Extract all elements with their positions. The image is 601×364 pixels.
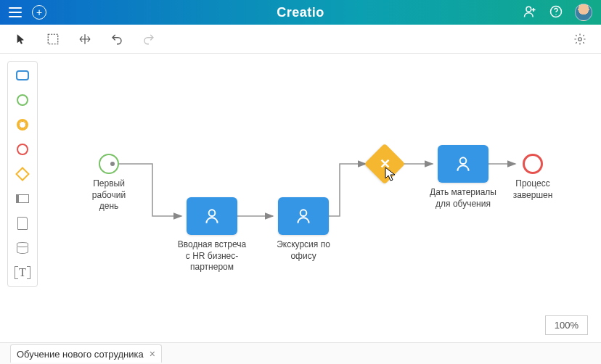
svg-rect-3 [48,34,58,44]
close-tab-icon[interactable]: × [150,348,155,360]
footer-tabs: Обучение нового сотрудника × [0,342,601,364]
end-event-node[interactable]: Процесс завершен [504,154,562,201]
pan-tool-icon[interactable] [77,31,93,47]
svg-point-2 [555,14,556,15]
end-event-label: Процесс завершен [504,178,562,201]
task-node-1[interactable]: Вводная встреча с HR бизнес- партнером [161,197,263,273]
task-label: Экскурсия по офису [253,239,354,262]
select-area-tool-icon[interactable] [45,31,61,47]
add-icon[interactable]: + [32,5,46,20]
diagram-canvas[interactable]: Первый рабочий день Вводная встреча с HR… [0,54,601,342]
main-area: T Первый рабочий день [0,54,601,342]
tab-label: Обучение нового сотрудника [17,349,144,360]
mouse-cursor-icon [385,167,396,181]
connector-dot [110,162,115,166]
redo-icon[interactable] [141,31,157,47]
zoom-level[interactable]: 100% [545,315,588,335]
app-header: + Creatio [0,0,601,25]
svg-point-5 [209,210,216,216]
svg-point-6 [300,210,307,216]
task-label: Дать материалы для обучения [412,187,514,210]
toolbar [0,25,601,54]
task-node-2[interactable]: Экскурсия по офису [253,197,354,262]
menu-icon[interactable] [9,7,22,17]
user-icon [294,207,313,226]
start-event-node[interactable]: Первый рабочий день [80,154,138,212]
add-user-icon[interactable] [523,4,537,21]
avatar[interactable] [575,4,592,21]
header-left: + [9,5,46,20]
start-event-label: Первый рабочий день [80,178,138,212]
pointer-tool-icon[interactable] [13,31,29,47]
user-icon [203,207,221,226]
undo-icon[interactable] [109,31,125,47]
help-icon[interactable] [549,4,563,21]
task-node-3[interactable]: Дать материалы для обучения [412,145,514,210]
svg-point-7 [460,157,467,164]
task-label: Вводная встреча с HR бизнес- партнером [161,239,263,273]
logo: Creatio [277,5,324,20]
header-right [523,4,592,21]
svg-point-4 [578,37,582,41]
tab-onboarding[interactable]: Обучение нового сотрудника × [10,344,162,363]
user-icon [454,154,473,173]
svg-point-0 [526,7,531,12]
settings-icon[interactable] [572,31,588,47]
